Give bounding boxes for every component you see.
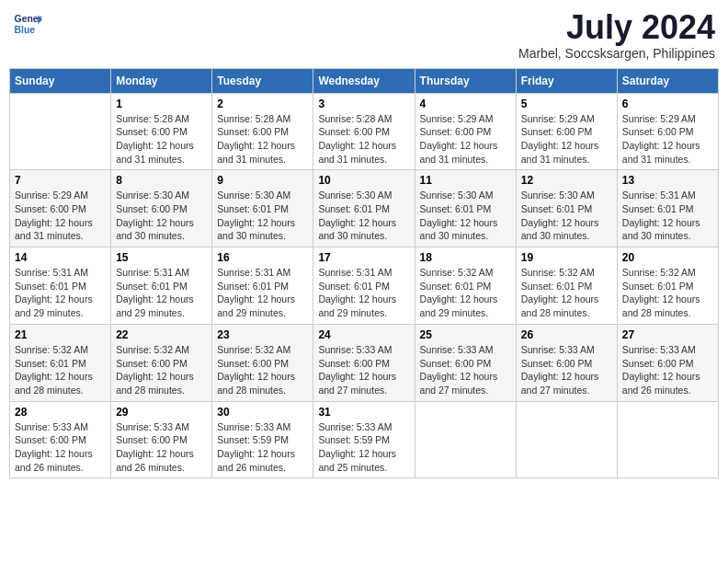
calendar-cell: 3Sunrise: 5:28 AM Sunset: 6:00 PM Daylig… xyxy=(313,93,415,170)
day-info: Sunrise: 5:33 AM Sunset: 6:00 PM Dayligh… xyxy=(116,420,207,475)
calendar-cell: 1Sunrise: 5:28 AM Sunset: 6:00 PM Daylig… xyxy=(111,93,212,170)
day-info: Sunrise: 5:29 AM Sunset: 6:00 PM Dayligh… xyxy=(622,112,713,167)
calendar-cell: 22Sunrise: 5:32 AM Sunset: 6:00 PM Dayli… xyxy=(111,324,212,401)
calendar-cell xyxy=(516,401,617,478)
day-info: Sunrise: 5:29 AM Sunset: 6:00 PM Dayligh… xyxy=(521,112,612,167)
day-info: Sunrise: 5:29 AM Sunset: 6:00 PM Dayligh… xyxy=(15,189,106,243)
calendar-cell: 15Sunrise: 5:31 AM Sunset: 6:01 PM Dayli… xyxy=(111,247,212,325)
calendar-cell: 24Sunrise: 5:33 AM Sunset: 6:00 PM Dayli… xyxy=(313,324,415,401)
calendar-cell: 5Sunrise: 5:29 AM Sunset: 6:00 PM Daylig… xyxy=(516,93,617,170)
day-number: 30 xyxy=(217,406,308,419)
calendar-week-row: 7Sunrise: 5:29 AM Sunset: 6:00 PM Daylig… xyxy=(10,170,719,247)
calendar-cell xyxy=(10,93,111,170)
day-number: 9 xyxy=(217,174,308,187)
title-block: July 2024 Marbel, Soccsksargen, Philippi… xyxy=(518,9,715,61)
day-number: 19 xyxy=(521,251,612,264)
day-info: Sunrise: 5:33 AM Sunset: 5:59 PM Dayligh… xyxy=(217,420,308,475)
column-header-wednesday: Wednesday xyxy=(313,68,415,93)
day-number: 5 xyxy=(521,98,612,110)
calendar-cell: 27Sunrise: 5:33 AM Sunset: 6:00 PM Dayli… xyxy=(617,324,718,401)
column-header-friday: Friday xyxy=(516,68,617,93)
calendar-cell: 31Sunrise: 5:33 AM Sunset: 5:59 PM Dayli… xyxy=(313,401,415,478)
day-number: 15 xyxy=(116,251,207,264)
logo-icon: General Blue xyxy=(13,9,42,39)
column-header-tuesday: Tuesday xyxy=(212,68,313,93)
calendar-cell: 29Sunrise: 5:33 AM Sunset: 6:00 PM Dayli… xyxy=(111,401,212,478)
day-info: Sunrise: 5:30 AM Sunset: 6:01 PM Dayligh… xyxy=(318,189,409,243)
day-info: Sunrise: 5:33 AM Sunset: 6:00 PM Dayligh… xyxy=(318,343,409,397)
day-number: 21 xyxy=(15,328,106,341)
calendar-cell: 14Sunrise: 5:31 AM Sunset: 6:01 PM Dayli… xyxy=(10,247,111,325)
day-number: 12 xyxy=(521,174,612,187)
calendar-cell xyxy=(415,401,516,478)
day-number: 17 xyxy=(318,251,409,264)
day-number: 11 xyxy=(420,174,511,187)
calendar-week-row: 1Sunrise: 5:28 AM Sunset: 6:00 PM Daylig… xyxy=(10,93,719,170)
calendar-cell: 21Sunrise: 5:32 AM Sunset: 6:01 PM Dayli… xyxy=(10,324,111,401)
day-info: Sunrise: 5:28 AM Sunset: 6:00 PM Dayligh… xyxy=(217,112,308,167)
calendar-cell: 28Sunrise: 5:33 AM Sunset: 6:00 PM Dayli… xyxy=(10,401,111,478)
day-info: Sunrise: 5:32 AM Sunset: 6:00 PM Dayligh… xyxy=(116,343,207,397)
day-info: Sunrise: 5:30 AM Sunset: 6:01 PM Dayligh… xyxy=(217,189,308,243)
calendar-week-row: 28Sunrise: 5:33 AM Sunset: 6:00 PM Dayli… xyxy=(10,401,719,478)
column-header-sunday: Sunday xyxy=(10,68,111,93)
calendar-cell: 2Sunrise: 5:28 AM Sunset: 6:00 PM Daylig… xyxy=(212,93,313,170)
page-header: General Blue General Blue July 2024 Marb… xyxy=(9,9,719,61)
day-number: 25 xyxy=(420,328,511,341)
day-info: Sunrise: 5:31 AM Sunset: 6:01 PM Dayligh… xyxy=(116,266,207,320)
svg-text:Blue: Blue xyxy=(15,25,36,35)
day-info: Sunrise: 5:33 AM Sunset: 6:00 PM Dayligh… xyxy=(15,420,106,475)
day-number: 8 xyxy=(116,174,207,187)
day-number: 24 xyxy=(318,328,409,341)
calendar-cell: 12Sunrise: 5:30 AM Sunset: 6:01 PM Dayli… xyxy=(516,170,617,247)
calendar-table: SundayMondayTuesdayWednesdayThursdayFrid… xyxy=(9,68,719,479)
day-number: 6 xyxy=(622,98,713,110)
day-info: Sunrise: 5:33 AM Sunset: 5:59 PM Dayligh… xyxy=(318,420,409,475)
calendar-cell: 4Sunrise: 5:29 AM Sunset: 6:00 PM Daylig… xyxy=(415,93,516,170)
day-number: 7 xyxy=(15,174,106,187)
calendar-cell: 26Sunrise: 5:33 AM Sunset: 6:00 PM Dayli… xyxy=(516,324,617,401)
day-number: 26 xyxy=(521,328,612,341)
day-number: 4 xyxy=(420,98,511,110)
calendar-cell: 11Sunrise: 5:30 AM Sunset: 6:01 PM Dayli… xyxy=(415,170,516,247)
calendar-cell: 16Sunrise: 5:31 AM Sunset: 6:01 PM Dayli… xyxy=(212,247,313,325)
subtitle: Marbel, Soccsksargen, Philippines xyxy=(518,46,715,61)
main-title: July 2024 xyxy=(518,9,715,46)
day-info: Sunrise: 5:28 AM Sunset: 6:00 PM Dayligh… xyxy=(116,112,207,167)
day-info: Sunrise: 5:33 AM Sunset: 6:00 PM Dayligh… xyxy=(420,343,511,397)
day-number: 1 xyxy=(116,98,207,110)
column-header-saturday: Saturday xyxy=(617,68,718,93)
day-info: Sunrise: 5:30 AM Sunset: 6:01 PM Dayligh… xyxy=(420,189,511,243)
day-number: 3 xyxy=(318,98,409,110)
calendar-cell: 13Sunrise: 5:31 AM Sunset: 6:01 PM Dayli… xyxy=(617,170,718,247)
calendar-cell: 7Sunrise: 5:29 AM Sunset: 6:00 PM Daylig… xyxy=(10,170,111,247)
day-info: Sunrise: 5:28 AM Sunset: 6:00 PM Dayligh… xyxy=(318,112,409,167)
calendar-week-row: 21Sunrise: 5:32 AM Sunset: 6:01 PM Dayli… xyxy=(10,324,719,401)
day-info: Sunrise: 5:33 AM Sunset: 6:00 PM Dayligh… xyxy=(622,343,713,397)
day-info: Sunrise: 5:31 AM Sunset: 6:01 PM Dayligh… xyxy=(318,266,409,320)
day-number: 13 xyxy=(622,174,713,187)
day-info: Sunrise: 5:33 AM Sunset: 6:00 PM Dayligh… xyxy=(521,343,612,397)
day-info: Sunrise: 5:31 AM Sunset: 6:01 PM Dayligh… xyxy=(15,266,106,320)
day-number: 20 xyxy=(622,251,713,264)
logo: General Blue General Blue xyxy=(13,9,42,39)
calendar-cell: 19Sunrise: 5:32 AM Sunset: 6:01 PM Dayli… xyxy=(516,247,617,325)
day-number: 29 xyxy=(116,406,207,419)
calendar-header-row: SundayMondayTuesdayWednesdayThursdayFrid… xyxy=(10,68,719,93)
day-info: Sunrise: 5:29 AM Sunset: 6:00 PM Dayligh… xyxy=(420,112,511,167)
calendar-cell: 20Sunrise: 5:32 AM Sunset: 6:01 PM Dayli… xyxy=(617,247,718,325)
day-number: 14 xyxy=(15,251,106,264)
calendar-cell xyxy=(617,401,718,478)
day-number: 10 xyxy=(318,174,409,187)
day-info: Sunrise: 5:32 AM Sunset: 6:00 PM Dayligh… xyxy=(217,343,308,397)
day-number: 16 xyxy=(217,251,308,264)
day-number: 31 xyxy=(318,406,409,419)
calendar-cell: 9Sunrise: 5:30 AM Sunset: 6:01 PM Daylig… xyxy=(212,170,313,247)
day-info: Sunrise: 5:32 AM Sunset: 6:01 PM Dayligh… xyxy=(15,343,106,397)
calendar-cell: 25Sunrise: 5:33 AM Sunset: 6:00 PM Dayli… xyxy=(415,324,516,401)
day-info: Sunrise: 5:30 AM Sunset: 6:00 PM Dayligh… xyxy=(116,189,207,243)
calendar-cell: 23Sunrise: 5:32 AM Sunset: 6:00 PM Dayli… xyxy=(212,324,313,401)
calendar-cell: 10Sunrise: 5:30 AM Sunset: 6:01 PM Dayli… xyxy=(313,170,415,247)
day-info: Sunrise: 5:32 AM Sunset: 6:01 PM Dayligh… xyxy=(521,266,612,320)
day-info: Sunrise: 5:31 AM Sunset: 6:01 PM Dayligh… xyxy=(217,266,308,320)
